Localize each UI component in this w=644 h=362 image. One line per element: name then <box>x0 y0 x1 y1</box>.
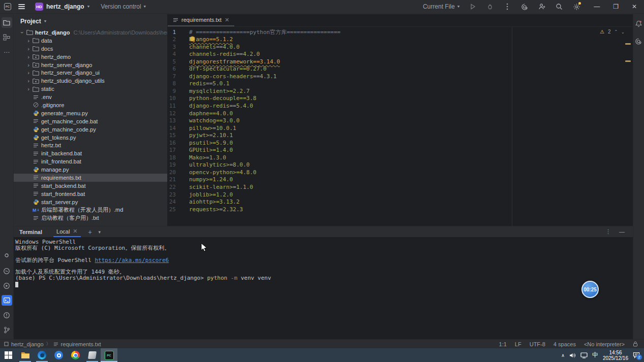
code-line[interactable]: 23joblib>=1.2.0 <box>168 191 633 199</box>
code-line[interactable]: 10python-decouple==3.8 <box>168 95 633 103</box>
tree-item[interactable]: M后端部署教程（开发人员用）.md <box>14 206 167 214</box>
code-line[interactable]: 15pyjwt>=2.10.1 <box>168 132 633 140</box>
tree-chevron-icon[interactable]: › <box>25 54 32 60</box>
file-encoding[interactable]: UTF-8 <box>530 341 545 347</box>
maximize-button[interactable]: ❐ <box>613 3 619 10</box>
code-area[interactable]: 1# ================python官方库============… <box>168 27 633 226</box>
code-line[interactable]: 2Django==5.1.2 <box>168 36 633 44</box>
debug-icon[interactable] <box>486 3 494 11</box>
ai-assistant-tool-icon[interactable] <box>633 36 644 47</box>
terminal-tab-local[interactable]: Local ✕ <box>53 226 81 237</box>
tree-item[interactable]: generate_menu.py <box>14 109 167 117</box>
ai-assistant-icon[interactable] <box>520 3 529 11</box>
services-icon[interactable] <box>2 280 12 291</box>
terminal-output[interactable]: Windows PowerShell版权所有 (C) Microsoft Cor… <box>14 237 633 339</box>
tree-item[interactable]: requirements.txt <box>14 174 167 182</box>
chevron-down-icon[interactable]: ▾ <box>44 19 47 23</box>
close-button[interactable]: ✕ <box>632 3 637 10</box>
tree-item[interactable]: ›hertz_demo <box>14 53 167 61</box>
tree-chevron-icon[interactable]: › <box>25 38 32 44</box>
run-configuration-selector[interactable]: Current File ▾ <box>423 3 459 10</box>
problems-icon[interactable] <box>2 310 12 320</box>
inspections-widget[interactable]: ⚠ 2 ⌃ ⌃ <box>600 29 625 35</box>
tree-item[interactable]: .gitignore <box>14 101 167 109</box>
notifications-icon[interactable] <box>633 18 644 29</box>
code-line[interactable]: 24aiohttp>=3.13.2 <box>168 199 633 206</box>
code-line[interactable]: 25requests>=2.32.3 <box>168 206 633 214</box>
code-line[interactable]: 8redis==5.0.1 <box>168 80 633 88</box>
code-line[interactable]: 17GPUtil>=1.4.0 <box>168 147 633 154</box>
tree-chevron-icon[interactable]: › <box>19 29 25 36</box>
interpreter-selector[interactable]: <No interpreter> <box>584 341 625 347</box>
code-with-me-icon[interactable] <box>538 3 546 11</box>
tree-item[interactable]: ›hertz_server_django_ui <box>14 69 167 77</box>
line-separator[interactable]: LF <box>515 341 522 347</box>
warning-stripe-mark[interactable] <box>625 43 631 45</box>
indent-style[interactable]: 4 spaces <box>554 341 576 347</box>
volume-icon[interactable] <box>569 352 576 358</box>
tree-item[interactable]: init_backend.bat <box>14 149 167 157</box>
tree-chevron-icon[interactable]: › <box>25 78 32 84</box>
tree-item[interactable]: ›static <box>14 85 167 93</box>
tree-item[interactable]: ›hertz_server_django <box>14 61 167 69</box>
more-icon[interactable] <box>503 3 511 11</box>
taskbar-chrome-icon[interactable] <box>67 348 84 362</box>
tree-chevron-icon[interactable]: › <box>25 86 32 92</box>
taskbar-blue-circle-app-icon[interactable] <box>50 348 67 362</box>
python-console-icon[interactable] <box>2 266 12 276</box>
code-line[interactable]: 7django-cors-headers==4.3.1 <box>168 73 633 81</box>
code-line[interactable]: 16psutil>=5.9.0 <box>168 140 633 147</box>
code-line[interactable]: 21numpy>=1.24.0 <box>168 176 633 184</box>
lock-icon[interactable] <box>633 341 638 347</box>
network-icon[interactable] <box>580 352 588 358</box>
project-tool-icon[interactable] <box>2 17 12 28</box>
tree-item[interactable]: hertz.txt <box>14 141 167 149</box>
recording-timer-overlay[interactable]: 00:25 <box>581 281 599 298</box>
code-line[interactable]: 4channels-redis==4.2.0 <box>168 51 633 58</box>
terminal-tool-icon[interactable] <box>2 295 12 306</box>
tree-item[interactable]: manage.py <box>14 166 167 174</box>
code-line[interactable]: 6drf-spectacular==0.27.0 <box>168 65 633 73</box>
intention-bulb-icon[interactable] <box>190 37 195 41</box>
prev-warning-icon[interactable]: ⌃ <box>615 29 618 34</box>
search-icon[interactable] <box>555 3 563 11</box>
code-line[interactable]: 14pillow>=10.0.1 <box>168 125 633 133</box>
tree-item[interactable]: get_tokens.py <box>14 134 167 142</box>
tree-item[interactable]: ›hertz_djangoC:\Users\Administrator\Down… <box>14 28 167 37</box>
next-warning-icon[interactable]: ⌃ <box>621 29 625 34</box>
project-widget[interactable]: HD hertz_django ▾ <box>32 1 93 12</box>
tree-chevron-icon[interactable]: › <box>25 62 32 68</box>
minimize-button[interactable]: — <box>594 3 600 10</box>
code-line[interactable]: 19ultralytics>=8.0.0 <box>168 161 633 169</box>
code-line[interactable]: 20opencv-python>=4.8.0 <box>168 169 633 177</box>
terminal-more-icon[interactable]: ⋮ <box>605 228 611 235</box>
clock[interactable]: 14:56 2025/12/16 <box>603 350 628 361</box>
taskbar-edge-browser-icon[interactable] <box>34 348 50 362</box>
tree-item[interactable]: start_backend.bat <box>14 182 167 190</box>
taskbar-start-icon[interactable] <box>0 348 17 362</box>
code-line[interactable]: 1# ================python官方库============… <box>168 29 633 37</box>
tree-item[interactable]: ›docs <box>14 45 167 53</box>
ime-indicator[interactable]: 中 <box>592 351 598 359</box>
terminal-dropdown-icon[interactable]: ▾ <box>99 229 101 235</box>
breadcrumb-file[interactable]: requirements.txt <box>61 341 101 347</box>
taskbar-pycharm-icon[interactable]: PC <box>101 348 117 362</box>
git-icon[interactable] <box>2 324 12 335</box>
taskbar-file-explorer-icon[interactable] <box>17 348 34 362</box>
code-line[interactable]: 3channels==4.0.0 <box>168 44 633 51</box>
code-line[interactable]: 12daphne==4.0.0 <box>168 110 633 118</box>
code-line[interactable]: 9mysqlclient>=2.2.7 <box>168 88 633 95</box>
code-line[interactable]: 5djangorestframework==3.14.0 <box>168 58 633 66</box>
hidden-icons-chevron[interactable]: ∧ <box>561 353 565 358</box>
tree-item[interactable]: init_frontend.bat <box>14 157 167 166</box>
caret-position[interactable]: 1:1 <box>499 341 507 347</box>
settings-icon[interactable] <box>572 3 580 11</box>
tree-item[interactable]: start_frontend.bat <box>14 190 167 198</box>
terminal-link[interactable]: https://aka.ms/pscore6 <box>95 257 169 264</box>
close-tab-icon[interactable]: ✕ <box>225 17 229 23</box>
code-line[interactable]: 18Mako>=1.3.0 <box>168 154 633 162</box>
action-center-icon[interactable]: 2 <box>633 352 640 358</box>
main-menu-icon[interactable] <box>16 2 27 11</box>
code-line[interactable]: 13watchdog==3.0.0 <box>168 117 633 125</box>
tree-item[interactable]: ›data <box>14 37 167 45</box>
